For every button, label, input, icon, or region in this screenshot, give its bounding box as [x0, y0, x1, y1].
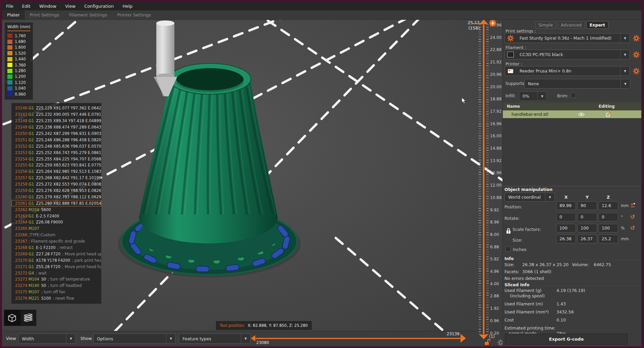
edit-printer-gear-icon[interactable]	[633, 68, 640, 74]
chevron-down-icon[interactable]: ▼	[241, 334, 250, 343]
gcode-line[interactable]: 23276M221S100; reset flow	[11, 295, 101, 302]
manip-input-z[interactable]: 12.6	[598, 201, 618, 210]
hslider-left-thumb[interactable]	[251, 335, 255, 341]
chevron-down-icon[interactable]: ▼	[66, 334, 75, 343]
gcode-line[interactable]: 23269G1Z27.28 F720; Move print head up	[11, 251, 101, 257]
manip-input-x[interactable]: 100	[556, 224, 576, 233]
3d-view-button[interactable]	[4, 310, 20, 326]
gcode-line[interactable]: 23257G1Z25.268 X82.642 Y91.17 E.10199	[11, 175, 101, 181]
gcode-line[interactable]: 23267; Filament-specific end gcode	[11, 238, 101, 245]
gcode-line[interactable]: 23264G1Z26.08 F9000	[11, 219, 101, 226]
manip-input-y[interactable]: 0	[577, 213, 597, 221]
hslider-right-thumb[interactable]	[461, 334, 466, 343]
edit-filament-gear-icon[interactable]	[633, 51, 640, 58]
gcode-line[interactable]: 23248G1Z25.235 X89.34 Y97.418 E.04899	[11, 118, 101, 124]
edit-print-settings-gear-icon[interactable]	[633, 35, 640, 42]
menu-item-file[interactable]: File	[6, 4, 13, 9]
layer-slider-top-thumb[interactable]	[479, 20, 488, 24]
gcode-line[interactable]: 23270G1X178 Y178 F4200; park print head	[11, 257, 101, 263]
gcode-line[interactable]: 23252G1Z25.248 X85.636 Y96.037 E.05709	[11, 143, 101, 149]
gcode-line[interactable]: 23249G1Z25.238 X88.474 Y97.289 E.06439	[11, 124, 101, 131]
view-select[interactable]: Width ▼	[18, 334, 76, 344]
menu-item-view[interactable]: View	[65, 4, 75, 9]
manip-input-y[interactable]: 100	[577, 224, 597, 233]
gcode-line[interactable]: 23266;TYPE:Custom	[11, 232, 101, 238]
chevron-down-icon[interactable]: ▼	[545, 193, 554, 201]
print-settings-select[interactable]: Fast Sturdy Spiral 0.36z - Mach 1 (modif…	[504, 33, 630, 43]
tab-printer-settings[interactable]: Printer Settings	[112, 10, 156, 19]
gcode-line[interactable]: 23275M107; turn off fan	[11, 289, 101, 295]
hslider-track[interactable]	[256, 338, 461, 339]
manip-input-y[interactable]: 90	[577, 201, 597, 210]
gcode-line[interactable]: 23255G1Z25.259 X83.623 Y93.841 E.07757	[11, 162, 101, 168]
gcode-line[interactable]: 23260G1Z25.279 X82.793 Y88.112 E.06299	[11, 194, 101, 200]
layers-preview-button[interactable]	[20, 310, 36, 326]
lock-open-icon[interactable]	[484, 339, 490, 346]
menu-item-help[interactable]: Help	[122, 4, 132, 9]
gcode-line[interactable]: 23261G1Z25.280 X82.888 Y87.85 E.02054	[11, 200, 101, 206]
chevron-down-icon[interactable]: ▼	[620, 50, 630, 59]
gcode-line[interactable]: 23259G1Z25.276 X82.628 Y88.953 E.08269	[11, 188, 101, 194]
place-icon[interactable]	[630, 202, 638, 209]
gcode-line[interactable]: 23251G1Z25.246 X86.288 Y96.458 E.08208	[11, 137, 101, 143]
gcode-line[interactable]: 23246G1Z25.229 X91.077 Y97.362 E.06427	[11, 105, 101, 111]
show-options-select[interactable]: Options ▼	[93, 334, 176, 344]
gcode-line[interactable]: 23256G1Z25.264 X82.985 Y92.513 E.10835	[11, 168, 101, 175]
manip-input-z[interactable]: 0	[598, 213, 618, 221]
feature-types-select[interactable]: Feature types ▼	[179, 334, 251, 344]
gcode-line[interactable]: 23247G1Z25.232 X90.005 Y97.446 E.0791	[11, 111, 101, 118]
manip-input-z[interactable]: 100	[598, 224, 618, 233]
chevron-down-icon[interactable]: ▼	[620, 66, 630, 76]
chevron-down-icon[interactable]: ▼	[166, 334, 175, 343]
gcode-line[interactable]: 23258G1Z25.272 X82.553 Y90.074 E.08081	[11, 181, 101, 188]
brim-checkbox[interactable]	[571, 93, 576, 98]
mode-button-simple[interactable]: Simple	[535, 21, 556, 29]
filament-select[interactable]: CC3D PC-PETG black ▼	[504, 50, 630, 59]
tab-filament-settings[interactable]: Filament Settings	[64, 10, 112, 19]
editing-icon[interactable]	[605, 111, 611, 117]
eye-icon[interactable]	[578, 112, 585, 117]
scale-lock-icon[interactable]	[506, 228, 511, 235]
undo-icon[interactable]: ↺	[630, 225, 638, 231]
inches-checkbox[interactable]	[505, 247, 511, 252]
chevron-down-icon[interactable]: ▼	[620, 34, 630, 43]
coordinate-system-select[interactable]: World coordinal ▼	[504, 193, 555, 202]
add-color-change-button[interactable]: +	[489, 20, 496, 27]
gcode-line[interactable]: 23262M204S600	[11, 206, 101, 213]
gcode-line[interactable]: 23253G1Z25.252 X84.743 Y95.279 E.08611	[11, 149, 101, 156]
manip-input-x[interactable]: 26.38	[556, 235, 576, 243]
mode-button-advanced[interactable]: Advanced	[557, 21, 585, 29]
3d-viewport[interactable]: Width (mm) 1.7601.6801.6001.5201.4401.36…	[2, 20, 502, 346]
manip-input-z[interactable]: 25.2	[598, 235, 618, 243]
manip-input-x[interactable]: 89.99	[556, 201, 576, 210]
gcode-line[interactable]: 23272G4; wait	[11, 270, 101, 276]
mode-button-expert[interactable]: Expert	[586, 21, 608, 29]
tab-print-settings[interactable]: Print Settings	[25, 10, 64, 19]
supports-select[interactable]: None ▼	[524, 79, 630, 89]
object-list[interactable]	[503, 118, 641, 186]
gcode-line[interactable]: 23265M107	[11, 226, 101, 232]
gcode-line[interactable]: 23254G1Z25.255 X84.225 Y94.707 E.05682	[11, 156, 101, 162]
manip-input-x[interactable]: 0	[556, 213, 576, 221]
gcode-line[interactable]: 23274M140S0; turn off heatbed	[11, 283, 101, 289]
manip-input-y[interactable]: 26.37	[577, 235, 597, 243]
layer-slider-track[interactable]	[483, 23, 484, 336]
tab-plater[interactable]: Plater	[2, 10, 25, 19]
infill-select[interactable]: 0% ▼	[519, 91, 547, 101]
chevron-down-icon[interactable]: ▼	[537, 92, 547, 101]
gcode-line-list[interactable]: 23246G1Z25.229 X91.077 Y97.362 E.0642723…	[11, 103, 101, 304]
slider-settings-gear-icon[interactable]	[497, 339, 502, 346]
gcode-line[interactable]: 23273M104S0; turn off temperature	[11, 276, 101, 283]
gcode-line[interactable]: 23250G1Z25.242 X87.299 Y96.931 E.09033	[11, 131, 101, 137]
printer-select[interactable]: Reeder Prusa Mini+ 0.8n ▼	[504, 66, 630, 76]
gcode-line[interactable]: 23263G1E-2.5 F2400	[11, 213, 101, 219]
gcode-line[interactable]: 23271G1Z55.28 F720; Move print head furt…	[11, 263, 101, 270]
menu-item-window[interactable]: Window	[39, 4, 56, 9]
object-row[interactable]: handlebar-end.stl	[503, 110, 641, 118]
menu-item-edit[interactable]: Edit	[22, 4, 31, 9]
gcode-line[interactable]: 23268G1E-1 F2100; retract	[11, 245, 101, 251]
undo-icon[interactable]: ↺	[630, 214, 638, 220]
export-gcode-button[interactable]: Export G-code	[505, 334, 628, 345]
menu-item-configuration[interactable]: Configuration	[84, 4, 114, 9]
chevron-down-icon[interactable]: ▼	[621, 79, 630, 88]
